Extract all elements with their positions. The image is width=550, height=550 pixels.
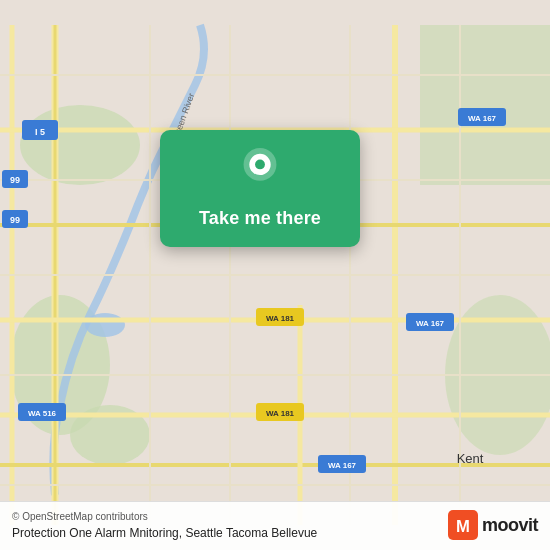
svg-rect-4 bbox=[420, 25, 550, 185]
svg-point-1 bbox=[20, 105, 140, 185]
attribution: © OpenStreetMap contributors bbox=[12, 510, 317, 524]
bottom-bar: © OpenStreetMap contributors Protection … bbox=[0, 501, 550, 550]
svg-text:WA 167: WA 167 bbox=[416, 319, 445, 328]
location-name: Protection One Alarm Mnitoring, Seattle … bbox=[12, 526, 317, 540]
location-info: © OpenStreetMap contributors Protection … bbox=[12, 510, 317, 540]
svg-text:99: 99 bbox=[10, 175, 20, 185]
svg-text:99: 99 bbox=[10, 215, 20, 225]
svg-text:WA 516: WA 516 bbox=[28, 409, 57, 418]
take-me-there-button[interactable]: Take me there bbox=[176, 204, 344, 233]
attribution-text: © OpenStreetMap contributors bbox=[12, 511, 148, 522]
location-card: Take me there bbox=[160, 130, 360, 247]
moovit-icon: M bbox=[448, 510, 478, 540]
svg-text:WA 181: WA 181 bbox=[266, 314, 295, 323]
map-pin-icon bbox=[237, 148, 283, 194]
svg-text:Kent: Kent bbox=[457, 451, 484, 466]
svg-text:I 5: I 5 bbox=[35, 127, 45, 137]
svg-point-48 bbox=[255, 160, 265, 170]
moovit-logo: M moovit bbox=[448, 510, 538, 540]
svg-text:WA 181: WA 181 bbox=[266, 409, 295, 418]
moovit-text: moovit bbox=[482, 515, 538, 536]
map-container: I 5 99 99 WA 167 WA 167 WA 167 WA 181 WA… bbox=[0, 0, 550, 550]
map-background: I 5 99 99 WA 167 WA 167 WA 167 WA 181 WA… bbox=[0, 0, 550, 550]
svg-text:M: M bbox=[456, 517, 470, 536]
svg-text:WA 167: WA 167 bbox=[468, 114, 497, 123]
svg-text:WA 167: WA 167 bbox=[328, 461, 357, 470]
svg-point-6 bbox=[85, 313, 125, 337]
